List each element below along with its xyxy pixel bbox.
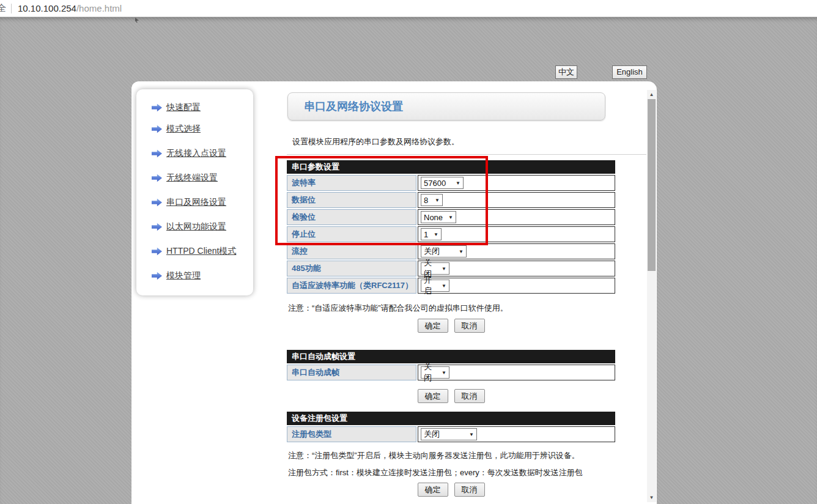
row-label: 注册包类型 — [287, 426, 416, 442]
select-value: 关闭 — [424, 361, 438, 384]
sidebar-item-label: 无线终端设置 — [166, 172, 218, 183]
scrollbar-track[interactable] — [647, 99, 656, 493]
row-value-cell: 57600 ▼ — [418, 175, 615, 191]
sidebar-item-wireless-ap[interactable]: 无线接入点设置 — [152, 147, 253, 160]
table-row: 自适应波特率功能（类RFC2117） 开启 ▼ — [287, 278, 615, 294]
main-content-panel: 快速配置 模式选择 无线接入点设置 无线终端设置 串口及网络设置 以太网功能设置 — [131, 81, 657, 504]
sidebar-item-wireless-sta[interactable]: 无线终端设置 — [152, 171, 253, 185]
language-chinese-button[interactable]: 中文 — [555, 65, 577, 79]
scrollbar-thumb[interactable] — [648, 99, 656, 271]
dropdown-arrow-icon: ▼ — [434, 232, 438, 237]
vertical-scrollbar[interactable]: ▲ ▼ — [647, 90, 656, 502]
page-title: 串口及网络协议设置 — [287, 92, 605, 120]
ok-button[interactable]: 确定 — [418, 483, 448, 497]
select-value: 57600 — [424, 179, 446, 188]
serial-params-table: 串口参数设置 波特率 57600 ▼ 数据位 8 ▼ — [287, 160, 615, 294]
sidebar-item-httpd-client[interactable]: HTTPD Client模式 — [152, 245, 253, 258]
flow-control-select[interactable]: 关闭 ▼ — [421, 245, 467, 258]
sidebar-item-quick-config[interactable]: 快速配置 — [152, 101, 253, 114]
table-row: 数据位 8 ▼ — [287, 192, 615, 208]
ok-button[interactable]: 确定 — [418, 389, 448, 403]
page-description: 设置模块应用程序的串口参数及网络协议参数。 — [292, 136, 459, 147]
blue-right-arrow-icon — [152, 198, 162, 207]
cancel-button[interactable]: 取消 — [454, 319, 485, 333]
sidebar-item-label: 串口及网络设置 — [166, 197, 226, 208]
blue-right-arrow-icon — [152, 125, 162, 134]
url-host: 10.10.100.254 — [18, 3, 76, 13]
blue-right-arrow-icon — [152, 103, 162, 113]
row-value-cell: 1 ▼ — [418, 226, 615, 242]
ok-button[interactable]: 确定 — [418, 319, 448, 333]
row-label: 流控 — [287, 243, 416, 259]
row-label: 485功能 — [287, 261, 416, 276]
sidebar-item-label: 快速配置 — [166, 102, 201, 113]
cancel-button[interactable]: 取消 — [454, 483, 485, 497]
dropdown-arrow-icon: ▼ — [435, 198, 440, 203]
url-separator — [11, 4, 12, 13]
url-path: /home.html — [76, 3, 122, 13]
row-value-cell: 关闭 ▼ — [418, 365, 615, 380]
divider — [287, 154, 646, 155]
security-label-partial: 全 — [0, 2, 6, 14]
select-value: 1 — [424, 230, 428, 239]
sidebar-item-mode-select[interactable]: 模式选择 — [152, 122, 253, 136]
blue-right-arrow-icon — [152, 223, 162, 232]
select-value: None — [424, 213, 443, 222]
select-value: 开启 — [424, 275, 438, 297]
auto-frame-button-row: 确定 取消 — [287, 389, 615, 403]
select-value: 8 — [424, 196, 428, 205]
auto-frame-table: 串口自动成帧设置 串口自动成帧 关闭 ▼ — [287, 350, 615, 380]
row-value-cell: 关闭 ▼ — [418, 243, 615, 259]
reg-packet-type-select[interactable]: 关闭 ▼ — [421, 428, 477, 440]
blue-right-arrow-icon — [152, 174, 162, 183]
row-value-cell: 8 ▼ — [418, 192, 615, 208]
serial-params-button-row: 确定 取消 — [287, 319, 615, 333]
row-label: 串口自动成帧 — [287, 365, 416, 380]
page-background: 中文 English 快速配置 模式选择 无线接入点设置 无线终端设置 — [0, 17, 817, 504]
browser-address-bar[interactable]: 全 10.10.100.254/home.html — [0, 0, 817, 17]
data-bits-select[interactable]: 8 ▼ — [421, 194, 443, 206]
sidebar-item-label: 模式选择 — [166, 124, 201, 135]
auto-frame-select[interactable]: 关闭 ▼ — [421, 366, 449, 379]
row-label: 停止位 — [287, 226, 416, 242]
select-value: 关闭 — [424, 246, 440, 257]
table-header: 设备注册包设置 — [287, 412, 615, 425]
table-row: 485功能 关闭 ▼ — [287, 261, 615, 276]
scroll-down-icon[interactable]: ▼ — [647, 493, 656, 502]
mouse-cursor-artifact — [135, 18, 139, 23]
blue-right-arrow-icon — [152, 272, 162, 281]
sidebar-item-label: 以太网功能设置 — [166, 221, 226, 232]
table-row: 注册包类型 关闭 ▼ — [287, 426, 615, 442]
table-row: 串口自动成帧 关闭 ▼ — [287, 365, 615, 380]
language-english-button[interactable]: English — [612, 65, 647, 79]
dropdown-arrow-icon: ▼ — [442, 283, 446, 289]
blue-right-arrow-icon — [152, 149, 162, 158]
rs485-function-select[interactable]: 关闭 ▼ — [421, 262, 449, 275]
parity-select[interactable]: None ▼ — [421, 211, 456, 223]
blue-right-arrow-icon — [152, 247, 162, 256]
adaptive-baud-select[interactable]: 开启 ▼ — [421, 280, 449, 292]
sidebar-item-serial-network[interactable]: 串口及网络设置 — [152, 196, 253, 209]
sidebar-item-ethernet[interactable]: 以太网功能设置 — [152, 220, 253, 234]
stop-bits-select[interactable]: 1 ▼ — [421, 228, 442, 240]
reg-packet-note-1: 注意：“注册包类型”开启后，模块主动向服务器发送注册包，此功能用于辨识设备。 — [288, 450, 580, 461]
dropdown-arrow-icon: ▼ — [469, 432, 474, 437]
dropdown-arrow-icon: ▼ — [456, 180, 460, 186]
select-value: 关闭 — [424, 429, 440, 440]
baud-rate-select[interactable]: 57600 ▼ — [421, 177, 464, 189]
scroll-up-icon[interactable]: ▲ — [647, 90, 656, 99]
dropdown-arrow-icon: ▼ — [442, 370, 446, 376]
sidebar-nav: 快速配置 模式选择 无线接入点设置 无线终端设置 串口及网络设置 以太网功能设置 — [136, 89, 253, 295]
row-value-cell: 关闭 ▼ — [418, 426, 615, 442]
cancel-button[interactable]: 取消 — [454, 389, 485, 403]
sidebar-item-module-management[interactable]: 模块管理 — [152, 269, 253, 283]
row-label: 波特率 — [287, 175, 416, 191]
row-value-cell: 开启 ▼ — [418, 278, 615, 294]
table-row: 波特率 57600 ▼ — [287, 175, 615, 191]
reg-packet-table: 设备注册包设置 注册包类型 关闭 ▼ — [287, 412, 615, 442]
dropdown-arrow-icon: ▼ — [448, 215, 453, 220]
serial-params-note: 注意：“自适应波特率功能”请配合我公司的虚拟串口软件使用。 — [288, 303, 508, 314]
row-value-cell: None ▼ — [418, 209, 615, 225]
table-row: 流控 关闭 ▼ — [287, 243, 615, 259]
dropdown-arrow-icon: ▼ — [442, 266, 446, 272]
